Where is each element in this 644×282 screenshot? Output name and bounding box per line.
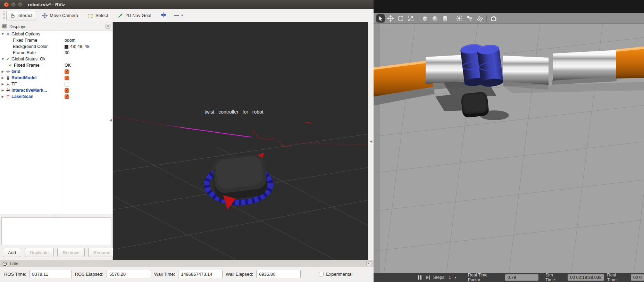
row-label: Frame Rate [13,50,36,55]
check-icon: ✓ [6,57,10,61]
tree-row-status-fixed-frame[interactable]: ✓ Fixed Frame OK [0,62,112,68]
select-arrow-icon[interactable] [376,14,385,23]
real-time-factor-value: 0.79 [505,274,538,281]
move-camera-tool-button[interactable]: Move Camera [38,11,82,20]
tree-row-tf[interactable]: ▶ TF [0,81,112,87]
ros-time-input[interactable]: 8378.11 [30,270,72,278]
right-panel-collapsed-strip[interactable]: ◀ [368,22,374,260]
nav-goal-tool-button[interactable]: 2D Nav Goal [114,11,155,20]
gazebo-robot [461,91,490,118]
duplicate-display-button[interactable]: Duplicate [25,248,54,257]
white-guardrail-right [503,56,549,85]
real-time-factor-label: Real Time Factor: [468,273,502,282]
right-panel-collapse-arrow[interactable]: ◀ [370,139,373,143]
sphere-icon[interactable] [431,14,439,23]
displays-tree: ▼ Global Options [0,31,112,214]
tree-row-background-color[interactable]: Background Color 48; 48; 48 [0,43,112,50]
expander-icon[interactable]: ▶ [1,70,5,73]
gazebo-3d-scene[interactable] [374,24,644,273]
cylinder-icon[interactable] [441,14,449,23]
tree-row-interactive-markers[interactable]: ▶ InteractiveMark... [0,87,112,93]
time-panel: Time ✕ ROS Time: 8378.11 ROS Elapsed: 55… [0,260,374,282]
rviz-3d-viewport[interactable]: twist controller for robot [113,22,368,260]
point-light-icon[interactable] [455,14,463,23]
row-label: Global Options [11,32,40,36]
time-panel-close-button[interactable]: ✕ [366,261,371,266]
step-icon[interactable] [425,275,430,280]
expander-icon[interactable]: ▶ [1,76,5,80]
panel-splitter-handle[interactable]: ❘❘❘ [0,214,112,217]
gear-icon [6,32,10,36]
gazebo-menubar-area [374,0,644,13]
rename-display-button[interactable]: Rename [88,248,116,257]
steps-label: Steps: [433,275,445,280]
row-label: InteractiveMark... [11,88,47,93]
expander-icon[interactable]: ▶ [1,89,5,92]
tf-axes-icon [6,82,10,86]
tree-row-global-options[interactable]: ▼ Global Options [0,31,112,37]
expander-icon[interactable]: ▶ [1,82,5,86]
interactive-markers-enabled-checkbox[interactable] [65,88,69,93]
expander-icon[interactable]: ▶ [1,95,5,98]
sim-time-value: 00 02:19:38.038 [568,274,604,281]
expander-icon[interactable]: ▼ [1,32,5,36]
laser-scan-enabled-checkbox[interactable] [65,94,69,99]
tree-row-grid[interactable]: ▶ Grid [0,68,112,75]
wall-elapsed-input[interactable]: 6935.80 [256,270,301,278]
tree-row-frame-rate[interactable]: Frame Rate 30 [0,50,112,56]
tree-row-robot-model[interactable]: ▶ RobotModel [0,75,112,81]
steps-dropdown-caret-icon[interactable]: ▼ [454,276,457,279]
toolbar-separator [418,15,418,22]
wall-time-input[interactable]: 1496867473.14 [178,270,223,278]
tree-row-laser-scan[interactable]: ▶ LaserScan [0,93,112,100]
window-close-button[interactable]: ✕ [4,2,9,7]
select-tool-label: Select [95,13,108,18]
interact-tool-button[interactable]: Interact [6,11,36,20]
rviz-robot-model [211,153,268,201]
experimental-label: Experimental [326,272,352,277]
translate-icon[interactable] [386,14,395,23]
row-label: Grid [11,69,20,74]
white-guardrail-far-right [553,50,617,81]
remove-tool-button[interactable]: ▼ [174,14,184,17]
ros-elapsed-input[interactable]: 5570.20 [107,270,151,278]
property-help-area [1,217,111,245]
color-swatch [65,45,68,49]
row-label: Fixed Frame [13,38,37,43]
displays-close-button[interactable]: ✕ [106,24,110,29]
minimize-icon: – [12,3,14,6]
gazebo-window: Steps: 1 ▼ Real Time Factor: 0.79 Sim Ti… [374,0,644,282]
rotate-icon[interactable] [396,14,405,23]
robot-model-enabled-checkbox[interactable] [65,76,69,80]
expander-icon[interactable]: ▼ [1,57,5,61]
rviz-titlebar: ✕ – ▫ robot.rviz* - RViz [0,0,374,9]
experimental-checkbox[interactable] [319,272,324,276]
box-icon[interactable] [421,14,429,23]
select-tool-button[interactable]: Select [84,11,112,20]
gazebo-scene [374,24,644,273]
tf-enabled-checkbox[interactable] [65,82,69,86]
steps-value[interactable]: 1 [449,275,451,280]
row-label: Fixed Frame [14,63,40,68]
directional-light-icon[interactable] [475,14,484,23]
pause-icon[interactable] [417,275,422,280]
toolbar-drag-handle[interactable] [3,11,5,20]
move-arrows-icon [42,13,48,18]
left-panel-collapse-arrow[interactable]: ◀ [109,118,112,122]
row-value[interactable]: 30 [63,50,112,55]
scale-icon[interactable] [407,14,415,23]
row-value[interactable]: odom [63,38,112,43]
window-maximize-button[interactable]: ▫ [18,2,23,7]
tool-dropdown-caret-icon[interactable]: ▼ [181,14,184,17]
add-display-button[interactable]: Add [3,248,21,257]
add-tool-button[interactable] [161,12,166,19]
remove-display-button[interactable]: Remove [57,248,84,257]
window-minimize-button[interactable]: – [11,2,16,7]
spot-light-icon[interactable] [465,14,474,23]
screenshot-camera-icon[interactable] [490,14,498,23]
row-label: Global Status: Ok [11,57,45,61]
grid-icon [6,69,10,74]
tree-row-fixed-frame[interactable]: Fixed Frame odom [0,37,112,43]
grid-enabled-checkbox[interactable] [65,69,69,74]
tree-row-global-status[interactable]: ▼ ✓ Global Status: Ok [0,56,112,62]
